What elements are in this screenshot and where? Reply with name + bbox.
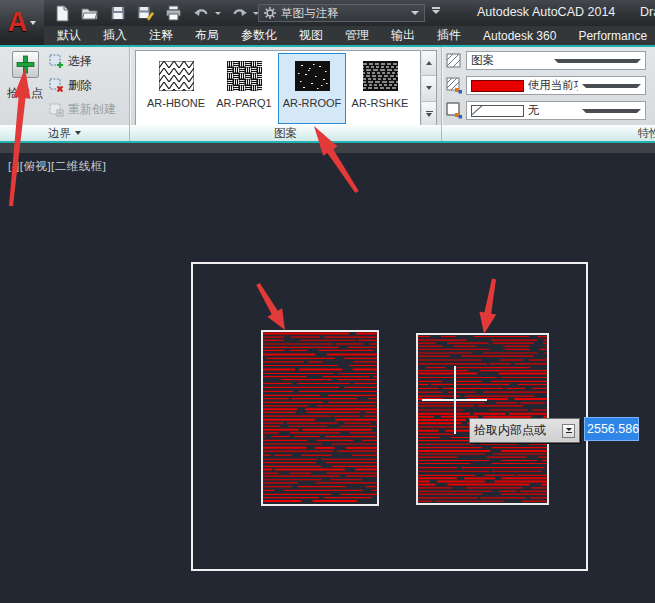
tab-annotate[interactable]: 注释 (138, 26, 184, 45)
drawing-canvas[interactable]: [-][俯视][二维线框] 拾取内部点或 2556.586 (0, 153, 655, 603)
properties-panel-title: 特性 (442, 125, 655, 141)
dynamic-input-field[interactable]: 2556.586 (584, 417, 639, 441)
gallery-scrollbar (422, 50, 437, 127)
tab-manage[interactable]: 管理 (334, 26, 380, 45)
new-file-icon (54, 5, 70, 22)
tab-view[interactable]: 视图 (288, 26, 334, 45)
boundary-panel: 拾取点 选择 删除 重新创建 边界 (0, 47, 129, 141)
pick-points-label: 拾取点 (7, 85, 43, 102)
ar-rshke-swatch (363, 61, 398, 91)
tab-parametric[interactable]: 参数化 (230, 26, 288, 45)
hatch-type-icon (445, 52, 463, 69)
qat-overflow-button[interactable] (430, 7, 442, 19)
select-boundary-button[interactable]: 选择 (49, 53, 92, 69)
pattern-ar-parq1[interactable]: AR-PARQ1 (210, 53, 278, 124)
pattern-ar-hbone[interactable]: AR-HBONE (142, 53, 210, 124)
chevron-down-icon (582, 109, 641, 113)
chevron-down-icon (75, 131, 81, 135)
document-title: Dra (640, 5, 655, 19)
ribbon-shadow-band (0, 143, 655, 153)
red-color-swatch (471, 80, 524, 92)
ar-hbone-swatch (159, 61, 194, 91)
save-icon (110, 5, 126, 21)
recent-input-button[interactable] (562, 424, 575, 438)
hatch-pattern-gallery: AR-HBONE AR-PARQ1 (135, 50, 421, 127)
gear-icon (264, 7, 276, 19)
remove-boundary-icon (49, 78, 64, 93)
gallery-scroll-up-button[interactable] (422, 51, 436, 76)
remove-boundary-button[interactable]: 删除 (49, 77, 92, 93)
application-menu-button[interactable]: A (0, 0, 44, 45)
chevron-down-icon (411, 11, 419, 15)
hatch-color-dropdown[interactable]: 使用当前项 (466, 76, 646, 95)
dynamic-input-tooltip: 拾取内部点或 (469, 418, 580, 443)
pattern-panel-title: 图案 (130, 125, 441, 141)
ar-rroof-swatch (295, 61, 330, 91)
hatch-transparency-icon (445, 102, 463, 119)
redo-button[interactable] (230, 4, 249, 23)
recreate-boundary-button[interactable]: 重新创建 (49, 101, 116, 117)
ribbon-tabs: 默认 插入 注释 布局 参数化 视图 管理 输出 插件 Autodesk 360… (46, 26, 655, 45)
pick-points-icon (12, 51, 39, 78)
recreate-boundary-icon (49, 102, 64, 117)
ribbon: 拾取点 选择 删除 重新创建 边界 (0, 47, 655, 143)
tab-default[interactable]: 默认 (46, 26, 92, 45)
workspace-selector[interactable]: 草图与注释 (258, 4, 425, 22)
pattern-panel: AR-HBONE AR-PARQ1 (130, 47, 441, 141)
undo-dropdown-caret[interactable] (215, 12, 221, 15)
hatch-transparency-dropdown[interactable]: 无 (466, 101, 646, 120)
tab-insert[interactable]: 插入 (92, 26, 138, 45)
ar-parq1-swatch (227, 61, 262, 91)
tab-autodesk-360[interactable]: Autodesk 360 (472, 26, 567, 45)
new-file-button[interactable] (52, 4, 71, 23)
chevron-down-icon (554, 59, 641, 63)
pattern-ar-rroof[interactable]: AR-RROOF (278, 53, 346, 124)
undo-button[interactable] (192, 4, 211, 23)
autocad-logo-icon: A (8, 8, 28, 36)
print-button[interactable] (164, 4, 183, 23)
none-swatch (471, 105, 524, 117)
chevron-down-icon (582, 84, 641, 88)
gallery-scroll-down-button[interactable] (422, 76, 436, 101)
viewport-controls[interactable]: [-][俯视][二维线框] (8, 159, 107, 174)
redo-arrow-icon (231, 6, 248, 21)
hatch-type-dropdown[interactable]: 图案 (466, 51, 646, 70)
gallery-expand-button[interactable] (422, 102, 436, 126)
crosshair-cursor (454, 366, 456, 434)
save-as-icon (137, 5, 155, 22)
tab-plugins[interactable]: 插件 (426, 26, 472, 45)
chevron-down-icon (30, 21, 36, 25)
save-button[interactable] (108, 4, 127, 23)
undo-arrow-icon (193, 6, 210, 21)
hatch-color-icon (445, 77, 463, 94)
chevron-down-icon (432, 10, 440, 14)
select-boundary-icon (49, 54, 64, 69)
workspace-label: 草图与注释 (281, 6, 406, 21)
tab-layout[interactable]: 布局 (184, 26, 230, 45)
tab-performance[interactable]: Performance (567, 26, 655, 45)
open-folder-icon (81, 5, 99, 21)
app-title: Autodesk AutoCAD 2014 (477, 5, 615, 19)
pattern-ar-rshke[interactable]: AR-RSHKE (346, 53, 414, 124)
boundary-panel-title[interactable]: 边界 (0, 125, 129, 141)
open-file-button[interactable] (80, 4, 99, 23)
quick-access-toolbar (52, 3, 259, 23)
dynamic-input-value: 2556.586 (587, 422, 639, 436)
properties-panel: 图案 使用当前项 (442, 47, 655, 141)
tab-output[interactable]: 输出 (380, 26, 426, 45)
pick-points-button[interactable]: 拾取点 (5, 51, 45, 125)
save-as-button[interactable] (136, 4, 155, 23)
printer-icon (165, 5, 182, 21)
ar-rroof-hatch (263, 332, 377, 504)
tooltip-text: 拾取内部点或 (474, 422, 562, 439)
hatched-rectangle-left[interactable] (261, 330, 379, 506)
